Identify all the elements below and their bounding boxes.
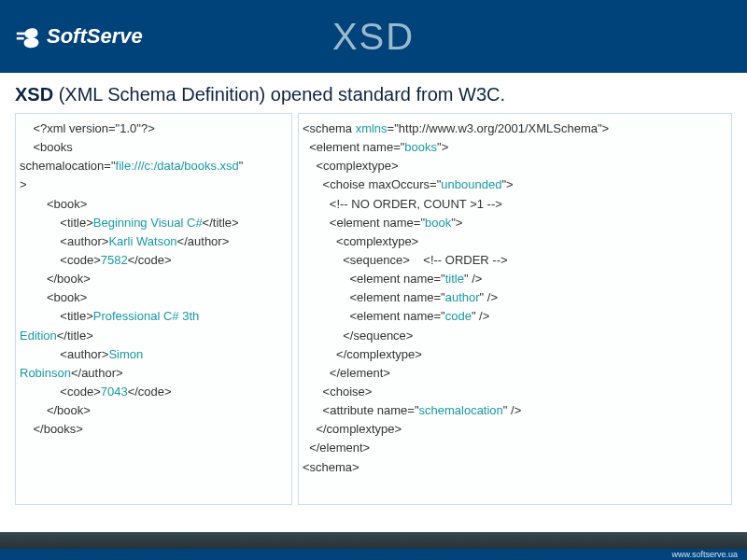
intro-bold: XSD: [15, 84, 53, 105]
intro-text: XSD (XML Schema Definition) opened stand…: [15, 84, 732, 105]
xsd-sample-box: <schema xmlns="http://www.w3.org/2001/XM…: [298, 113, 732, 505]
xml-sample-box: <?xml version="1.0"?> <books schemalocat…: [15, 113, 292, 505]
softserve-logo-icon: [15, 23, 41, 49]
brand-name: SoftServe: [47, 24, 143, 49]
slide-header: SoftServe XSD: [0, 0, 747, 73]
brand-logo: SoftServe: [15, 23, 143, 49]
svg-rect-1: [17, 37, 24, 40]
slide-footer: www.softserve.ua: [0, 532, 747, 560]
footer-url: www.softserve.ua: [671, 550, 738, 559]
intro-rest: (XML Schema Definition) opened standard …: [53, 84, 505, 105]
code-columns: <?xml version="1.0"?> <books schemalocat…: [15, 113, 732, 505]
slide-title: XSD: [332, 16, 415, 58]
svg-rect-0: [17, 33, 27, 35]
footer-stripe: [0, 532, 747, 549]
footer-url-bar: www.softserve.ua: [0, 549, 747, 560]
slide-content: XSD (XML Schema Definition) opened stand…: [0, 73, 747, 512]
